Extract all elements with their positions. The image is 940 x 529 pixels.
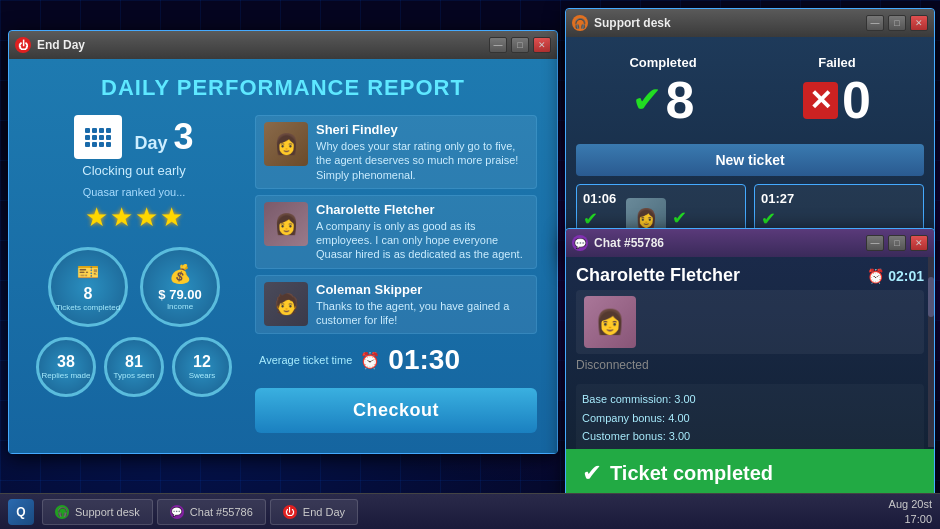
support-desk-window: 🎧 Support desk — □ ✕ Completed ✔ 8 Faile… — [565, 8, 935, 262]
taskbar-label-chat: Chat #55786 — [190, 506, 253, 518]
clock-icon-small: ⏰ — [867, 268, 884, 284]
tickets-icon: 🎫 — [77, 261, 99, 283]
taskbar-item-support-desk[interactable]: 🎧 Support desk — [42, 499, 153, 525]
day-header: Day 3 — [74, 115, 193, 159]
end-day-minimize[interactable]: — — [489, 37, 507, 53]
ticket-time-0: 01:06 — [583, 191, 620, 206]
chat-close[interactable]: ✕ — [910, 235, 928, 251]
commission-customer: Customer bonus: 3.00 — [582, 427, 918, 446]
star-3: ★ — [135, 202, 158, 233]
review-name-0: Sheri Findley — [316, 122, 528, 137]
chat-maximize[interactable]: □ — [888, 235, 906, 251]
income-circle: 💰 $ 79.00 Income — [140, 247, 220, 327]
taskbar: Q 🎧 Support desk 💬 Chat #55786 ⏻ End Day… — [0, 493, 940, 529]
clock-icon: ⏰ — [360, 351, 380, 370]
review-avatar-coleman: 🧑 — [264, 282, 308, 326]
ticket-time-1: 01:27 — [761, 191, 798, 206]
review-text-block-2: Coleman Skipper Thanks to the agent, you… — [316, 282, 528, 328]
commission-base: Base commission: 3.00 — [582, 390, 918, 409]
chat-minimize[interactable]: — — [866, 235, 884, 251]
failed-x-icon: ✕ — [803, 82, 838, 119]
replies-label: Replies made — [42, 371, 91, 381]
review-avatar-charolette: 👩 — [264, 202, 308, 246]
taskbar-date: Aug 20st — [889, 497, 932, 511]
avg-ticket-label: Average ticket time — [259, 354, 352, 366]
swears-label: Swears — [189, 371, 216, 381]
disconnected-text: Disconnected — [566, 354, 934, 376]
completed-content: ✔ 8 — [632, 74, 695, 126]
chat-messages: 👩 — [566, 290, 934, 354]
day-label: Day — [134, 133, 167, 154]
chat-customer-name: Charolette Fletcher — [576, 265, 740, 286]
failed-label: Failed — [818, 55, 856, 70]
taskbar-icon-chat: 💬 — [170, 505, 184, 519]
end-day-controls: — □ ✕ — [489, 37, 551, 53]
end-day-title-icon: ⏻ — [15, 37, 31, 53]
end-day-close[interactable]: ✕ — [533, 37, 551, 53]
checkout-button[interactable]: Checkout — [255, 388, 537, 433]
star-1: ★ — [85, 202, 108, 233]
support-desk-minimize[interactable]: — — [866, 15, 884, 31]
chat-titlebar: 💬 Chat #55786 — □ ✕ — [566, 229, 934, 257]
review-text-0: Why does your star rating only go to fiv… — [316, 139, 528, 182]
end-day-window: ⏻ End Day — □ ✕ DAILY PERFORMANCE REPORT — [8, 30, 558, 454]
end-day-content: DAILY PERFORMANCE REPORT Day 3 — [9, 59, 557, 453]
tickets-value: 8 — [84, 285, 93, 303]
review-item-1: 👩 Charolette Fletcher A company is only … — [255, 195, 537, 269]
typos-value: 81 — [125, 353, 143, 371]
completed-check-icon: ✔ — [632, 79, 662, 121]
swears-value: 12 — [193, 353, 211, 371]
support-desk-title-icon: 🎧 — [572, 15, 588, 31]
typos-label: Typos seen — [114, 371, 155, 381]
failed-count: 0 — [842, 74, 871, 126]
support-desk-maximize[interactable]: □ — [888, 15, 906, 31]
chat-controls: — □ ✕ — [866, 235, 928, 251]
review-text-1: A company is only as good as its employe… — [316, 219, 528, 262]
support-desk-close[interactable]: ✕ — [910, 15, 928, 31]
ranked-label: Quasar ranked you... — [83, 186, 186, 198]
stats-row: 🎫 8 Tickets completed 💰 $ 79.00 Income — [48, 247, 220, 327]
stars-row: ★ ★ ★ ★ — [85, 202, 183, 233]
typos-circle: 81 Typos seen — [104, 337, 164, 397]
taskbar-time: 17:00 — [889, 512, 932, 526]
income-value: $ 79.00 — [158, 287, 201, 302]
chat-scrollbar-thumb[interactable] — [928, 277, 934, 317]
tickets-label: Tickets completed — [56, 303, 120, 313]
taskbar-item-chat[interactable]: 💬 Chat #55786 — [157, 499, 266, 525]
ticket-completed-text: Ticket completed — [610, 462, 773, 485]
ticket-check-0: ✔ — [583, 208, 620, 230]
chat-timer-value: 02:01 — [888, 268, 924, 284]
failed-content: ✕ 0 — [803, 74, 871, 126]
replies-circle: 38 Replies made — [36, 337, 96, 397]
review-text-block-0: Sheri Findley Why does your star rating … — [316, 122, 528, 182]
calendar-icon — [74, 115, 122, 159]
avg-ticket-time: 01:30 — [388, 344, 460, 376]
report-left: Day 3 Clocking out early Quasar ranked y… — [29, 115, 239, 433]
failed-box: Failed ✕ 0 — [750, 47, 924, 134]
commission-company: Company bonus: 4.00 — [582, 409, 918, 428]
chat-timer: ⏰ 02:01 — [867, 268, 924, 284]
completed-box: Completed ✔ 8 — [576, 47, 750, 134]
review-avatar-sheri: 👩 — [264, 122, 308, 166]
clocking-out-label: Clocking out early — [82, 163, 185, 178]
new-ticket-button[interactable]: New ticket — [576, 144, 924, 176]
ticket-completed-bar: ✔ Ticket completed — [566, 449, 934, 497]
day-number: 3 — [174, 116, 194, 158]
support-desk-controls: — □ ✕ — [866, 15, 928, 31]
report-right: 👩 Sheri Findley Why does your star ratin… — [255, 115, 537, 433]
chat-title-text: Chat #55786 — [594, 236, 860, 250]
review-item-0: 👩 Sheri Findley Why does your star ratin… — [255, 115, 537, 189]
chat-title-icon: 💬 — [572, 235, 588, 251]
avg-ticket-row: Average ticket time ⏰ 01:30 — [255, 344, 537, 376]
chat-window: 💬 Chat #55786 — □ ✕ Charolette Fletcher … — [565, 228, 935, 498]
tickets-completed-circle: 🎫 8 Tickets completed — [48, 247, 128, 327]
taskbar-item-end-day[interactable]: ⏻ End Day — [270, 499, 358, 525]
end-day-title-text: End Day — [37, 38, 483, 52]
end-day-maximize[interactable]: □ — [511, 37, 529, 53]
chat-bubble-0: 👩 — [576, 290, 924, 354]
completed-label: Completed — [629, 55, 696, 70]
review-text-2: Thanks to the agent, you have gained a c… — [316, 299, 528, 328]
chat-scrollbar[interactable] — [928, 257, 934, 447]
taskbar-icon-end-day: ⏻ — [283, 505, 297, 519]
report-body: Day 3 Clocking out early Quasar ranked y… — [29, 115, 537, 433]
